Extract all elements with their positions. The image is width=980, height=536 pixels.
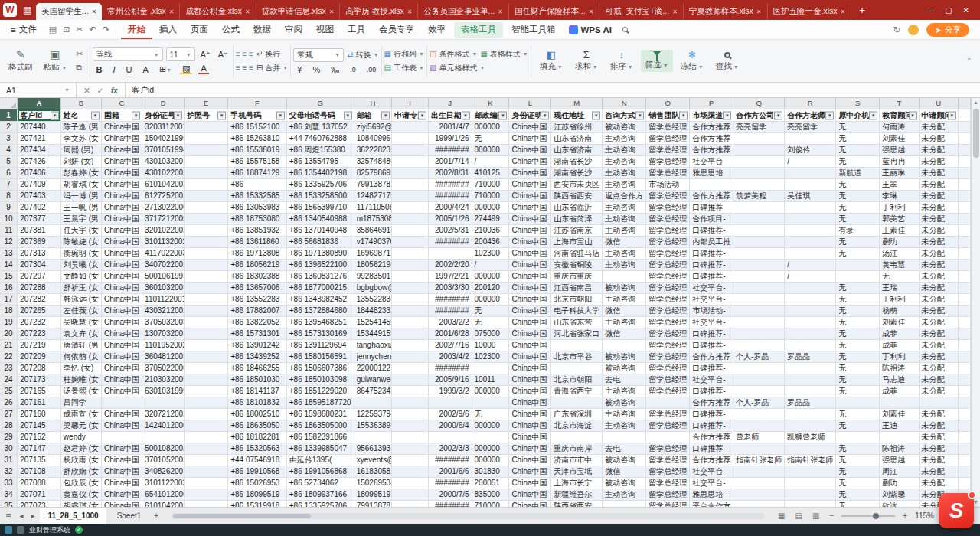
cell[interactable]: 留学总经理 bbox=[646, 328, 690, 340]
menu-item-智能工具箱[interactable]: 智能工具箱 bbox=[505, 20, 563, 39]
cell[interactable]: +86 1991056868 bbox=[286, 466, 354, 478]
header-cell-I[interactable]: 申请专业▼ bbox=[392, 109, 429, 122]
cell[interactable]: 凯狮曾老师 bbox=[785, 432, 836, 443]
cell[interactable]: 留学总经理 bbox=[646, 420, 690, 432]
cell[interactable]: China中国 bbox=[509, 214, 551, 225]
close-tab-icon[interactable]: ✕ bbox=[756, 8, 762, 15]
cell[interactable] bbox=[733, 237, 785, 248]
cell[interactable]: +86 1863505000 bbox=[286, 420, 354, 432]
cell[interactable] bbox=[733, 478, 785, 489]
column-header-Q[interactable]: Q bbox=[733, 98, 785, 109]
cell[interactable]: 成雨萱 (女 bbox=[60, 409, 101, 420]
cell[interactable]: 无 bbox=[836, 306, 880, 317]
cell[interactable]: +86 18182281 bbox=[228, 432, 287, 443]
cell[interactable]: 2001/6/6 bbox=[428, 466, 472, 478]
confirm-entry-icon[interactable]: ✓ bbox=[97, 86, 104, 95]
cell[interactable] bbox=[785, 386, 836, 397]
cell[interactable]: China中国 bbox=[101, 317, 142, 328]
cell[interactable]: 207219 bbox=[18, 340, 61, 351]
cell[interactable]: 主动咨询 bbox=[603, 420, 646, 432]
cell[interactable]: 重庆市重庆 bbox=[551, 271, 603, 283]
cell[interactable]: China中国 bbox=[509, 420, 551, 432]
cell[interactable]: 207160 bbox=[18, 409, 61, 420]
cell[interactable]: +86 1573130169 bbox=[286, 328, 354, 340]
cell[interactable] bbox=[392, 202, 429, 214]
cell[interactable] bbox=[185, 283, 228, 294]
cell[interactable]: China中国 bbox=[509, 202, 551, 214]
cell[interactable] bbox=[185, 248, 228, 260]
cell[interactable]: 未分配 bbox=[919, 122, 958, 133]
cell[interactable]: 黄韦慧 bbox=[880, 260, 919, 271]
cell[interactable]: 180995191180995191 bbox=[354, 489, 392, 501]
cell[interactable]: China中国 bbox=[101, 386, 142, 397]
cell[interactable]: 207369 bbox=[18, 237, 61, 248]
collapse-ribbon-icon[interactable]: ⌃ bbox=[962, 57, 977, 65]
cell[interactable]: 99283501 1wjrmezi( bbox=[354, 271, 392, 283]
cell[interactable] bbox=[392, 478, 429, 489]
cell[interactable] bbox=[733, 409, 785, 420]
cell[interactable]: China中国 bbox=[509, 271, 551, 283]
bold-button[interactable]: B bbox=[94, 65, 105, 74]
cell[interactable]: 青海省西宁 bbox=[551, 386, 603, 397]
cell[interactable]: 主动咨询 bbox=[603, 317, 646, 328]
cell[interactable]: 主动咨询 bbox=[603, 202, 646, 214]
cell[interactable]: +86 19910568 bbox=[228, 466, 287, 478]
cell[interactable]: China中国 bbox=[509, 225, 551, 237]
cell[interactable]: ######## bbox=[428, 179, 472, 191]
cell[interactable]: 207073 bbox=[18, 501, 61, 508]
cell[interactable] bbox=[185, 271, 228, 283]
cell[interactable]: 刘紫馨 bbox=[880, 489, 919, 501]
cell[interactable]: 325748486155751588 bbox=[354, 156, 392, 168]
filter-dropdown-icon[interactable]: ▼ bbox=[825, 111, 834, 119]
cell[interactable]: 207232 bbox=[18, 317, 61, 328]
redo-icon[interactable]: ↷ bbox=[103, 25, 109, 34]
cell[interactable]: 留学总经理 bbox=[646, 443, 690, 455]
select-all-corner[interactable] bbox=[0, 98, 18, 109]
cell[interactable]: 207208 bbox=[18, 363, 61, 374]
cell[interactable]: 留学总经理 bbox=[646, 306, 690, 317]
cell[interactable]: China中国 bbox=[509, 237, 551, 248]
header-cell-K[interactable]: 邮政编码▼ bbox=[472, 109, 509, 122]
row-number[interactable]: 2 bbox=[0, 122, 18, 133]
cell[interactable]: 130703200106280921 bbox=[142, 328, 185, 340]
cell[interactable]: 内部员工推 bbox=[690, 237, 733, 248]
header-cell-B[interactable]: 姓名▼ bbox=[60, 109, 101, 122]
cell[interactable] bbox=[785, 501, 836, 508]
home-tab-icon[interactable]: ▦ bbox=[20, 5, 34, 15]
cell[interactable]: 新航道 bbox=[836, 168, 880, 179]
cell[interactable]: China中国 bbox=[101, 340, 142, 351]
cell[interactable] bbox=[472, 363, 509, 374]
cell[interactable]: 留学总经理 bbox=[646, 340, 690, 351]
cell[interactable]: 留学总经理 bbox=[646, 202, 690, 214]
cell[interactable]: 主动咨询 bbox=[603, 386, 646, 397]
comma-format-icon[interactable]: ‰ bbox=[328, 65, 341, 74]
cell[interactable]: China中国 bbox=[509, 179, 551, 191]
cell[interactable]: China中国 bbox=[101, 466, 142, 478]
close-tab-icon[interactable]: ✕ bbox=[169, 8, 175, 15]
cell[interactable]: 207135 bbox=[18, 455, 61, 466]
cell[interactable] bbox=[392, 260, 429, 271]
cell[interactable]: 2002/3/3 bbox=[428, 443, 472, 455]
cell[interactable]: China中国 bbox=[101, 328, 142, 340]
cell[interactable]: 赵君婷 (女 bbox=[60, 443, 101, 455]
cell[interactable]: / bbox=[785, 271, 836, 283]
cell[interactable]: 吕同学 bbox=[60, 397, 101, 409]
menu-item-插入[interactable]: 插入 bbox=[152, 20, 184, 39]
cell[interactable]: 2002/2/20 bbox=[428, 260, 472, 271]
cell[interactable]: China中国 bbox=[509, 351, 551, 363]
cell[interactable]: 广东省深圳 bbox=[551, 409, 603, 420]
cell[interactable]: 610104200212213421 bbox=[142, 179, 185, 191]
cell[interactable]: 主动咨询 bbox=[603, 489, 646, 501]
cell[interactable] bbox=[185, 386, 228, 397]
cell[interactable]: China中国 bbox=[509, 443, 551, 455]
cell[interactable] bbox=[392, 489, 429, 501]
close-tab-icon[interactable]: ✕ bbox=[589, 8, 594, 15]
cell[interactable] bbox=[392, 168, 429, 179]
cell[interactable] bbox=[733, 328, 785, 340]
cell[interactable]: 未分配 bbox=[919, 260, 958, 271]
cell[interactable]: 207313 bbox=[18, 248, 61, 260]
cell[interactable]: China中国 bbox=[101, 179, 142, 191]
cell[interactable] bbox=[185, 455, 228, 466]
cell[interactable]: 亮亮留学 bbox=[733, 122, 785, 133]
cell[interactable] bbox=[836, 397, 880, 409]
